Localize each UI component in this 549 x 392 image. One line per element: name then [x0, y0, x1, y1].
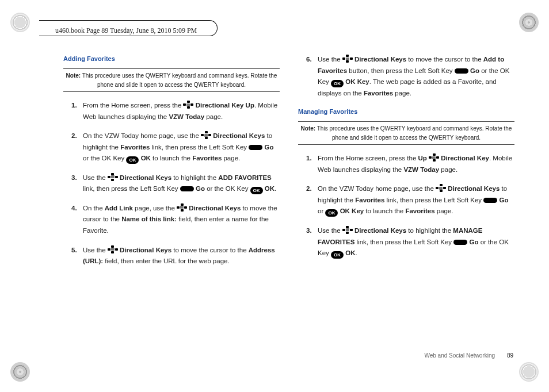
directional-key-icon	[177, 203, 187, 212]
directional-key-icon	[342, 55, 353, 63]
left-soft-key-icon	[453, 240, 467, 245]
left-soft-key-icon	[249, 145, 262, 150]
list-item: 2. On the VZW Today home page, use the D…	[71, 130, 280, 164]
note-text: This procedure uses the QWERTY keyboard …	[317, 125, 512, 141]
directional-key-icon	[183, 101, 193, 109]
note-box: Note: This procedure uses the QWERTY key…	[63, 68, 280, 92]
list-item: 4. On the Add Link page, use the Directi…	[71, 203, 280, 237]
directional-key-icon	[108, 245, 118, 253]
ok-key-icon: OK	[331, 80, 344, 87]
directional-key-icon	[436, 184, 446, 192]
page-footer: Web and Social Networking 89	[424, 352, 513, 359]
printmark-tl	[10, 13, 30, 32]
directional-key-icon	[201, 131, 211, 139]
list-item: 1. From the Home screen, press the Up Di…	[306, 153, 514, 175]
left-soft-key-icon	[455, 68, 468, 74]
note-label: Note:	[301, 125, 316, 132]
heading-adding-favorites: Adding Favorites	[63, 54, 280, 64]
right-column: 6. Use the Directional Keys to move the …	[298, 54, 514, 358]
ok-key-icon: OK	[250, 187, 263, 194]
note-label: Note:	[66, 72, 81, 79]
list-item: 3. Use the Directional Keys to highlight…	[71, 172, 280, 195]
heading-managing-favorites: Managing Favorites	[298, 107, 514, 117]
list-item: 5. Use the Directional Keys to move the …	[71, 245, 280, 267]
page-number: 89	[507, 352, 513, 359]
steps-list-cont: 6. Use the Directional Keys to move the …	[306, 54, 514, 99]
printmark-br	[519, 362, 539, 382]
steps-list: 1. From the Home screen, press the Direc…	[71, 100, 280, 267]
left-soft-key-icon	[483, 198, 497, 203]
printmark-tr	[519, 13, 539, 32]
directional-key-icon	[108, 173, 118, 181]
left-column: Adding Favorites Note: This procedure us…	[63, 54, 280, 358]
directional-key-icon	[429, 153, 439, 162]
directional-key-icon	[342, 226, 353, 234]
ok-key-icon: OK	[331, 251, 344, 259]
list-item: 1. From the Home screen, press the Direc…	[71, 100, 280, 122]
list-item: 6. Use the Directional Keys to move the …	[306, 54, 514, 99]
list-item: 2. On the VZW Today home page, use the D…	[306, 183, 514, 217]
left-soft-key-icon	[180, 186, 194, 191]
framemaker-header: u460.book Page 89 Tuesday, June 8, 2010 …	[55, 26, 514, 35]
printmark-bl	[10, 362, 30, 382]
steps-list: 1. From the Home screen, press the Up Di…	[306, 153, 514, 259]
list-item: 3. Use the Directional Keys to highlight…	[306, 225, 514, 259]
section-name: Web and Social Networking	[424, 352, 495, 359]
note-box: Note: This procedure uses the QWERTY key…	[298, 121, 514, 145]
page-body: Adding Favorites Note: This procedure us…	[63, 54, 514, 358]
ok-key-icon: OK	[325, 209, 338, 217]
ok-key-icon: OK	[126, 156, 139, 164]
header-text: u460.book Page 89 Tuesday, June 8, 2010 …	[55, 26, 197, 34]
note-text: This procedure uses the QWERTY keyboard …	[82, 72, 277, 88]
